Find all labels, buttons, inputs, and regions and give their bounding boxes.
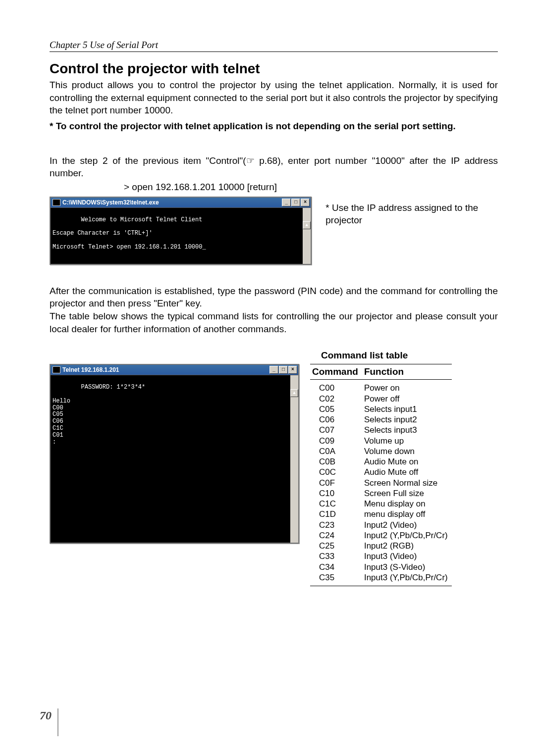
table-cell-function: Input2 (RGB) (362, 541, 452, 551)
table-cell-command: C0C (310, 467, 362, 477)
table-cell-function: Menu display on (362, 499, 452, 509)
page-number: 70 (40, 708, 58, 736)
table-cell-command: C35 (310, 572, 362, 586)
close-button[interactable]: × (288, 366, 297, 374)
note-bold: * To control the projector with telnet a… (50, 120, 498, 133)
table-cell-command: C34 (310, 562, 362, 572)
terminal-output[interactable]: PASSWORD: 1*2*3*4* Hello C00 C05 C06 C1C… (51, 375, 298, 543)
table-cell-function: Selects input1 (362, 404, 452, 414)
table-cell-command: C07 (310, 425, 362, 435)
terminal-text: Welcome to Microsoft Telnet Client Escap… (53, 216, 206, 251)
chapter-header: Chapter 5 Use of Serial Port (50, 40, 498, 52)
ip-address-note: * Use the IP address assigned to the pro… (325, 197, 498, 227)
table-cell-function: Power on (362, 380, 452, 394)
table-cell-function: Selects input2 (362, 414, 452, 425)
step-paragraph: In the step 2 of the previous item "Cont… (50, 154, 498, 180)
table-cell-command: C1C (310, 499, 362, 509)
table-cell-function: Input3 (Y,Pb/Cb,Pr/Cr) (362, 572, 452, 586)
table-header-command: Command (310, 364, 362, 380)
table-cell-function: Audio Mute on (362, 456, 452, 467)
table-cell-function: Input3 (Video) (362, 551, 452, 561)
table-cell-command: C24 (310, 530, 362, 541)
after-paragraph-1: After the communication is established, … (50, 285, 498, 310)
window-title: C:\WINDOWS\System32\telnet.exe (62, 199, 159, 206)
scroll-up-icon[interactable]: ▲ (303, 221, 311, 229)
scrollbar[interactable]: ▲ (303, 208, 311, 264)
minimize-button[interactable]: _ (269, 366, 278, 374)
telnet-window-1: C:\WINDOWS\System32\telnet.exe _ □ × Wel… (50, 197, 312, 265)
table-header-function: Function (362, 364, 452, 380)
cmd-icon (53, 199, 60, 206)
after-paragraph-2: The table below shows the typical comman… (50, 310, 498, 335)
page-title: Control the projector with telnet (50, 61, 498, 77)
table-cell-command: C23 (310, 520, 362, 530)
terminal-text: PASSWORD: 1*2*3*4* Hello C00 C05 C06 C1C… (53, 384, 145, 445)
table-cell-command: C0A (310, 446, 362, 456)
table-cell-command: C06 (310, 414, 362, 425)
table-cell-command: C02 (310, 394, 362, 404)
command-table: Command Function C00Power onC02Power off… (310, 364, 452, 586)
window-titlebar[interactable]: Telnet 192.168.1.201 _ □ × (51, 365, 298, 375)
table-cell-command: C1D (310, 509, 362, 519)
command-line-example: > open 192.168.1.201 10000 [return] (124, 182, 498, 193)
table-cell-function: Screen Normal size (362, 478, 452, 488)
window-titlebar[interactable]: C:\WINDOWS\System32\telnet.exe _ □ × (51, 198, 311, 207)
table-cell-function: Screen Full size (362, 488, 452, 499)
table-cell-function: menu display off (362, 509, 452, 519)
table-cell-command: C09 (310, 436, 362, 446)
table-cell-command: C33 (310, 551, 362, 561)
minimize-button[interactable]: _ (282, 199, 291, 206)
table-cell-function: Input3 (S-Video) (362, 562, 452, 572)
table-cell-command: C0B (310, 456, 362, 467)
table-cell-function: Volume down (362, 446, 452, 456)
maximize-button[interactable]: □ (291, 199, 300, 206)
scrollbar[interactable]: ▲ (290, 375, 298, 543)
cursor-arrow-icon: ↘ (286, 535, 290, 543)
terminal-output[interactable]: Welcome to Microsoft Telnet Client Escap… (51, 207, 311, 264)
table-cell-function: Input2 (Y,Pb/Cb,Pr/Cr) (362, 530, 452, 541)
table-cell-function: Selects input3 (362, 425, 452, 435)
table-caption: Command list table (321, 350, 498, 361)
telnet-window-2: Telnet 192.168.1.201 _ □ × PASSWORD: 1*2… (50, 364, 299, 544)
maximize-button[interactable]: □ (279, 366, 288, 374)
table-cell-function: Volume up (362, 436, 452, 446)
intro-paragraph: This product allows you to control the p… (50, 79, 498, 117)
table-cell-function: Audio Mute off (362, 467, 452, 477)
scroll-up-icon[interactable]: ▲ (290, 389, 298, 397)
table-cell-command: C10 (310, 488, 362, 499)
close-button[interactable]: × (301, 199, 310, 206)
table-cell-command: C25 (310, 541, 362, 551)
table-cell-function: Power off (362, 394, 452, 404)
window-title: Telnet 192.168.1.201 (62, 366, 119, 373)
table-cell-function: Input2 (Video) (362, 520, 452, 530)
table-cell-command: C0F (310, 478, 362, 488)
cmd-icon (53, 366, 60, 373)
